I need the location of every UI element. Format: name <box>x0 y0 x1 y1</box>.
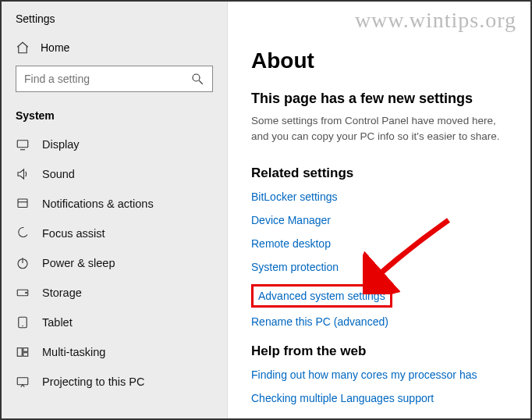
nav-sound[interactable]: Sound <box>2 159 227 189</box>
link-system-protection[interactable]: System protection <box>251 261 339 273</box>
nav-list: Display Sound Notifications & actions Fo… <box>2 130 227 397</box>
highlight-box: Advanced system settings <box>251 284 392 308</box>
svg-rect-15 <box>17 378 28 385</box>
svg-rect-13 <box>23 348 28 352</box>
tablet-icon <box>16 315 30 329</box>
nav-power[interactable]: Power & sleep <box>2 248 227 278</box>
svg-point-0 <box>193 74 200 81</box>
related-links: BitLocker settings Device Manager Remote… <box>251 190 507 328</box>
nav-label: Storage <box>42 287 82 299</box>
nav-multitasking[interactable]: Multi-tasking <box>2 337 227 367</box>
nav-notifications[interactable]: Notifications & actions <box>2 189 227 219</box>
related-heading: Related settings <box>251 166 507 181</box>
link-rename-pc[interactable]: Rename this PC (advanced) <box>251 315 388 328</box>
nav-label: Projecting to this PC <box>42 376 144 388</box>
nav-tablet[interactable]: Tablet <box>2 308 227 337</box>
sidebar: Settings Home System Display Sound <box>2 2 228 418</box>
category-label: System <box>2 103 227 130</box>
page-title: About <box>251 48 507 73</box>
search-input[interactable] <box>24 73 190 85</box>
nav-label: Multi-tasking <box>42 346 105 358</box>
nav-label: Sound <box>42 168 75 180</box>
power-icon <box>16 256 30 270</box>
nav-label: Power & sleep <box>42 257 115 269</box>
help-heading: Help from the web <box>251 343 507 359</box>
notifications-icon <box>16 197 30 211</box>
nav-storage[interactable]: Storage <box>2 278 227 308</box>
link-bitlocker[interactable]: BitLocker settings <box>251 190 338 203</box>
link-remote-desktop[interactable]: Remote desktop <box>251 237 331 250</box>
svg-rect-14 <box>23 353 28 357</box>
link-help-languages[interactable]: Checking multiple Languages support <box>251 392 434 404</box>
nav-focus[interactable]: Focus assist <box>2 219 227 248</box>
link-help-cores[interactable]: Finding out how many cores my processor … <box>251 368 477 381</box>
home-icon <box>16 41 30 55</box>
storage-icon <box>16 286 30 300</box>
nav-label: Notifications & actions <box>42 198 154 210</box>
nav-label: Display <box>42 138 80 151</box>
sound-icon <box>16 167 30 181</box>
nav-display[interactable]: Display <box>2 130 227 159</box>
projecting-icon <box>16 375 30 389</box>
svg-rect-2 <box>17 141 28 148</box>
home-label: Home <box>41 41 69 54</box>
app-title: Settings <box>2 9 227 34</box>
new-settings-heading: This page has a few new settings <box>251 91 507 107</box>
settings-window: www.wintips.org Settings Home System Dis… <box>0 0 532 420</box>
help-links: Finding out how many cores my processor … <box>251 368 507 404</box>
nav-label: Tablet <box>42 316 73 329</box>
display-icon <box>16 137 30 151</box>
home-nav[interactable]: Home <box>2 34 227 62</box>
focus-icon <box>16 226 30 240</box>
svg-line-1 <box>199 80 203 84</box>
link-device-manager[interactable]: Device Manager <box>251 214 331 226</box>
search-box[interactable] <box>16 66 213 92</box>
svg-rect-4 <box>18 199 27 208</box>
multitasking-icon <box>16 345 30 359</box>
content-area: About This page has a few new settings S… <box>228 2 530 418</box>
link-advanced-system-settings[interactable]: Advanced system settings <box>258 290 385 302</box>
new-settings-desc: Some settings from Control Panel have mo… <box>251 113 507 144</box>
svg-point-9 <box>26 292 27 294</box>
nav-label: Focus assist <box>42 227 105 240</box>
search-icon <box>190 72 204 86</box>
svg-rect-12 <box>17 348 22 357</box>
nav-projecting[interactable]: Projecting to this PC <box>2 367 227 397</box>
